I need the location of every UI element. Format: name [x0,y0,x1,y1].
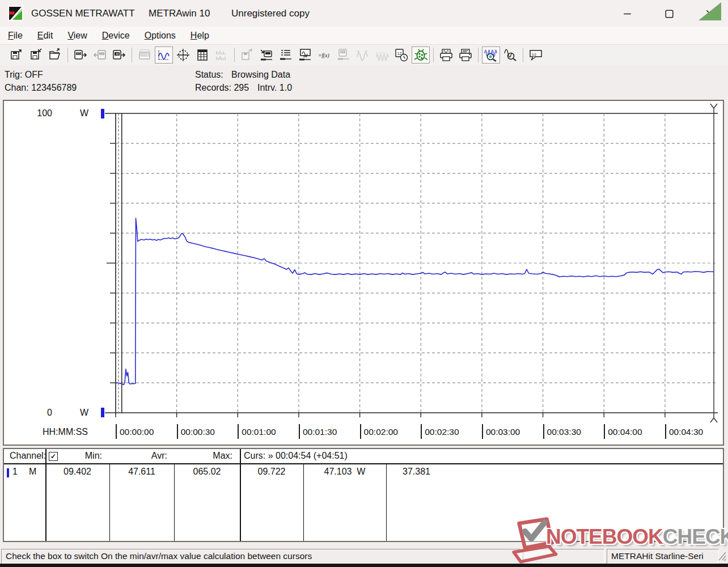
chart-plot[interactable] [4,101,723,445]
view-scope-button[interactable] [174,46,192,64]
time-tick [238,424,239,439]
open-file-button[interactable] [46,46,64,64]
formula-button[interactable]: =f(x) [315,46,333,64]
view-table-button[interactable] [193,46,211,64]
max-value: 065.02 [174,467,240,477]
status-message: Check the box to switch On the min/avr/m… [1,549,520,564]
app-logo-icon [8,6,23,21]
svg-text:1257: 1257 [141,53,147,56]
minmax-checkbox[interactable]: ✓ [49,452,58,461]
floppy-in-icon [29,48,43,62]
printer-icon [459,48,472,62]
status-info-panel: Trig: OFF Chan: 123456789 Status: Browsi… [0,65,728,100]
status-label: Status: [195,70,223,80]
clock-icon: 12 [395,48,408,62]
cursor-header: Curs: » 00:04:54 (+04:51) [244,451,348,461]
zoom-out-button[interactable] [501,46,519,64]
time-tick [482,424,483,439]
y-axis-min-label: 0 [29,408,52,418]
resize-grip[interactable] [718,551,727,561]
menu-options[interactable]: Options [137,27,183,44]
maximize-button[interactable] [656,5,682,23]
annotations-button[interactable]: 1/2 [527,46,545,64]
zoom-in-icon [484,48,498,62]
svg-text:M: M [116,52,118,56]
metrawin-window: GOSSEN METRAWATT METRAwin 10 Unregistere… [0,0,728,567]
channel-number: 1 [12,467,18,477]
avr-header: Avr: [132,451,167,461]
status-bar: Check the box to switch On the min/avr/m… [0,548,728,564]
trigger-status: Trig: OFF [5,70,43,80]
channel-settings-button[interactable] [277,46,295,64]
folder-open-icon [48,48,62,62]
debug-mode-button[interactable] [412,46,430,64]
time-axis: 00:00:0000:00:3000:01:0000:01:3000:02:00… [4,424,723,442]
channel-mode: M [29,467,36,477]
app-name: GOSSEN METRAWATT [31,0,135,27]
floppy-out-icon [10,48,23,62]
zoom-in-button[interactable] [482,46,500,64]
menu-device[interactable]: Device [94,27,137,44]
display-settings-button[interactable] [296,46,314,64]
device-write-icon [260,48,273,62]
time-tick-label: 00:01:00 [242,427,276,437]
time-tick-label: 00:03:00 [486,427,520,437]
delta-value: 37.381 [403,467,430,477]
store-device-config-button[interactable] [257,46,276,64]
bug-icon [414,48,428,62]
menu-edit[interactable]: Edit [29,27,60,44]
print-preview-button[interactable] [437,46,455,64]
time-tick-label: 00:01:30 [303,427,337,437]
menu-view[interactable]: View [60,27,94,44]
toolbar-separator [234,48,235,62]
time-tick [604,424,605,439]
sine2-icon [375,48,389,62]
config-list-icon [279,48,293,62]
time-tick-label: 00:00:00 [120,427,154,437]
time-tick [177,424,178,439]
print-wave-icon [439,48,453,62]
svg-text:12: 12 [397,52,402,56]
view-chart-button[interactable] [155,46,173,64]
formula-icon: =f(x) [318,48,331,62]
menu-bar: File Edit View Device Options Help [0,27,728,44]
trigger-burst-button [373,46,391,64]
time-tick-label: 00:04:00 [608,427,642,437]
print-button[interactable] [456,46,475,64]
histogram-icon [215,48,228,62]
comment-icon: 1/2 [529,48,543,62]
svg-text:=f(x): =f(x) [318,53,329,59]
y-axis-max-label: 100 [29,108,52,119]
time-tick-label: 00:02:30 [425,427,459,437]
minimize-icon [623,10,632,18]
toolbar: 321321M1257=f(x)321121/2 [0,44,728,65]
minimize-button[interactable] [614,5,640,23]
save-as-button[interactable] [27,46,45,64]
export-data-button [238,46,256,64]
y-axis-unit-bottom: W [80,408,88,418]
view-multimeter-button: 1257 [136,46,154,64]
corner-triangle-decoration [699,2,721,20]
chart-panel: 100 W 0 W HH:MM:SS 00:00:0000:00:3000:01… [3,100,724,446]
channel-header: Channel: [10,451,46,461]
time-tick [421,424,422,439]
scope-icon [176,48,190,62]
read-memory-button[interactable]: M [110,46,128,64]
svg-text:321: 321 [341,50,345,53]
product-name: METRAwin 10 [149,0,210,27]
schedule-button[interactable]: 12 [392,46,410,64]
cursor2-value: 47.103 W [303,467,386,477]
menu-help[interactable]: Help [183,27,216,44]
time-tick [116,424,117,439]
time-tick [360,424,361,439]
zoom-out-icon [503,48,517,62]
menu-file[interactable]: File [0,27,29,44]
min-value: 09.402 [45,467,109,477]
svg-text:321: 321 [100,52,104,55]
trigger-single-button [354,46,372,64]
save-file-button[interactable] [7,46,26,64]
read-device-button[interactable]: 321 [71,46,90,64]
table-icon [196,48,209,62]
measurement-table: Channel: ✓ Min: Avr: Max: Curs: » 00:04:… [3,448,724,542]
cursor1-value: 09.722 [240,467,303,477]
